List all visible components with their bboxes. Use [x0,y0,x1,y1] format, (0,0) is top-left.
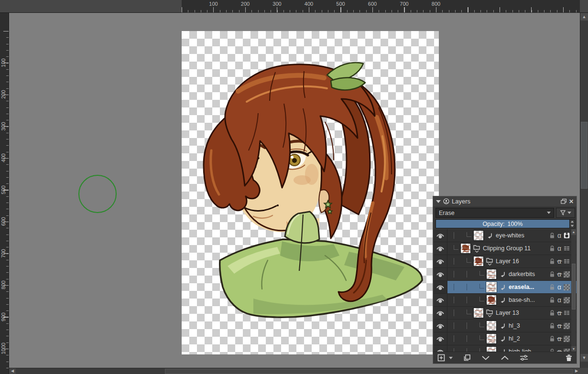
horizontal-scrollbar[interactable]: ◀ ▶ [9,368,580,374]
add-layer-options-button[interactable] [447,353,454,363]
layer-list-scrollbar-handle[interactable] [572,264,576,310]
layer-thumbnail[interactable] [473,256,484,267]
move-layer-up-button[interactable] [499,353,511,363]
layer-thumbnail[interactable] [486,321,497,331]
scroll-up-arrow-icon[interactable]: ▲ [580,13,588,21]
layers-docker: Layers ✕ Erase Opacity: 100% [433,196,577,364]
scroll-left-arrow-icon[interactable]: ◀ [9,368,16,374]
paint-layer-arrow-icon [500,336,505,342]
scroll-up-arrow-icon[interactable]: ▲ [571,229,576,235]
padlock-icon[interactable] [549,322,555,329]
scroll-down-arrow-icon[interactable]: ▼ [580,354,588,362]
layer-row[interactable]: high-ligh α [434,345,577,352]
alpha-icon[interactable]: α [557,297,561,303]
alpha-icon[interactable]: α [557,310,561,316]
padlock-icon[interactable] [549,297,555,303]
layer-thumbnail[interactable] [460,243,471,254]
layer-badge-icon[interactable] [564,271,570,278]
padlock-icon[interactable] [549,271,555,278]
layer-row[interactable]: Layer 16 α [434,255,577,268]
eye-icon [436,271,445,278]
layer-list-scrollbar[interactable]: ▲ ▼ [571,229,576,352]
horizontal-scrollbar-handle[interactable] [165,369,573,374]
alpha-icon[interactable]: α [557,245,561,252]
layer-filter-button[interactable] [556,208,575,218]
padlock-icon[interactable] [549,258,555,265]
padlock-icon[interactable] [549,245,555,252]
layer-row[interactable]: Clipping Group 11 α [434,242,577,255]
layer-badge-icon[interactable] [564,336,570,342]
chevron-down-icon [481,355,490,361]
layer-row[interactable]: hl_3 α [434,320,577,332]
layer-badge-icon[interactable] [564,233,570,239]
visibility-toggle[interactable] [434,255,447,267]
layer-thumbnail[interactable] [486,282,497,292]
spin-down-icon[interactable] [571,225,574,227]
padlock-icon[interactable] [549,232,555,239]
padlock-icon[interactable] [549,284,555,290]
visibility-toggle[interactable] [434,229,447,242]
alpha-icon[interactable]: α [557,322,561,329]
layer-type-icon [485,257,494,266]
visibility-toggle[interactable] [434,281,447,293]
layer-row[interactable]: darkerbits α [434,268,577,281]
add-layer-button[interactable] [436,353,446,363]
vertical-scrollbar-handle[interactable] [581,122,588,189]
collapse-arrow-icon[interactable] [436,200,441,203]
scroll-right-arrow-icon[interactable]: ▶ [573,368,580,374]
layer-row[interactable]: Layer 13 α [434,307,577,320]
paint-layer-arrow-icon [500,297,505,303]
docker-titlebar[interactable]: Layers ✕ [433,196,577,206]
layer-badge-icon[interactable] [564,323,570,329]
layer-row[interactable]: eye-whites α [434,229,577,242]
layer-badge-icon[interactable] [564,258,570,265]
alpha-icon[interactable]: α [557,271,561,278]
eye-icon [436,245,445,252]
layer-badge-icon[interactable] [564,246,570,252]
visibility-toggle[interactable] [434,242,447,255]
layer-thumbnail[interactable] [486,269,497,279]
layer-badge-icon[interactable] [564,297,570,303]
layer-row[interactable]: hl_2 α [434,332,577,345]
paint-layer-arrow-icon [500,323,505,329]
padlock-icon[interactable] [549,310,555,316]
move-layer-down-button[interactable] [480,353,491,363]
chevron-down-icon [488,315,492,317]
layer-row[interactable]: base-sh... α [434,294,577,307]
visibility-toggle[interactable] [434,268,447,280]
layer-thumbnail[interactable] [473,230,484,241]
opacity-spinbox[interactable] [570,219,575,228]
opacity-slider[interactable]: Opacity: 100% [436,219,570,228]
duplicate-layer-button[interactable] [462,353,472,363]
alpha-icon[interactable]: α [557,284,561,290]
delete-layer-button[interactable] [564,353,574,363]
layer-thumbnail[interactable] [486,333,497,344]
padlock-icon[interactable] [549,335,555,342]
layer-row[interactable]: erasela... α [434,281,577,294]
blend-mode-dropdown[interactable]: Erase [436,208,554,218]
layer-badge-icon[interactable] [564,310,570,316]
vertical-scrollbar[interactable]: ▲ ▼ [580,13,588,368]
opacity-label: Opacity: [483,221,505,227]
visibility-toggle[interactable] [434,345,447,352]
alpha-icon[interactable]: α [557,258,561,265]
visibility-toggle[interactable] [434,332,447,345]
chevron-down-icon [449,357,453,359]
layer-properties-button[interactable] [518,353,530,363]
close-icon[interactable]: ✕ [569,199,574,204]
paint-layer-arrow-icon [500,271,505,277]
visibility-toggle[interactable] [434,307,447,319]
visibility-toggle[interactable] [434,320,447,332]
alpha-icon[interactable]: α [557,335,561,342]
layer-badge-icon[interactable] [564,284,570,290]
visibility-toggle[interactable] [434,294,447,306]
layer-style-icon [564,232,570,239]
alpha-icon[interactable]: α [557,232,561,239]
float-icon[interactable] [561,199,566,204]
layer-thumbnail[interactable] [486,295,497,305]
ruler-label: 600 [0,212,7,231]
layer-type-icon [498,336,507,342]
document-canvas[interactable] [182,31,439,354]
spin-up-icon[interactable] [571,221,574,223]
layer-thumbnail[interactable] [473,308,484,318]
